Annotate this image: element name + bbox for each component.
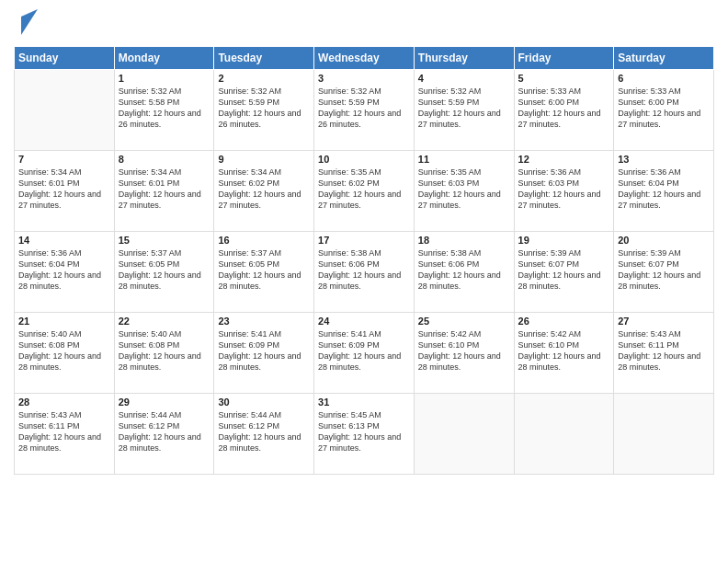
svg-marker-0 [21, 9, 38, 35]
calendar-table: SundayMondayTuesdayWednesdayThursdayFrid… [14, 46, 714, 475]
calendar-cell: 3Sunrise: 5:32 AM Sunset: 5:59 PM Daylig… [314, 70, 415, 151]
day-info: Sunrise: 5:34 AM Sunset: 6:02 PM Dayligh… [218, 167, 310, 212]
calendar-cell: 5Sunrise: 5:33 AM Sunset: 6:00 PM Daylig… [514, 70, 614, 151]
day-number: 11 [418, 154, 510, 165]
day-info: Sunrise: 5:43 AM Sunset: 6:11 PM Dayligh… [618, 328, 710, 373]
day-info: Sunrise: 5:32 AM Sunset: 5:59 PM Dayligh… [318, 86, 410, 131]
calendar-cell: 11Sunrise: 5:35 AM Sunset: 6:03 PM Dayli… [414, 151, 514, 232]
calendar-week-2: 7Sunrise: 5:34 AM Sunset: 6:01 PM Daylig… [15, 151, 714, 232]
calendar-cell: 21Sunrise: 5:40 AM Sunset: 6:08 PM Dayli… [15, 313, 115, 394]
day-number: 28 [18, 396, 110, 408]
calendar-cell: 25Sunrise: 5:42 AM Sunset: 6:10 PM Dayli… [414, 313, 514, 394]
day-number: 29 [119, 396, 210, 408]
calendar-cell [514, 394, 614, 475]
calendar-cell: 16Sunrise: 5:37 AM Sunset: 6:05 PM Dayli… [214, 232, 314, 313]
page: SundayMondayTuesdayWednesdayThursdayFrid… [0, 0, 728, 563]
calendar-header-friday: Friday [514, 47, 614, 70]
day-info: Sunrise: 5:45 AM Sunset: 6:13 PM Dayligh… [318, 409, 410, 454]
day-number: 6 [618, 73, 710, 84]
day-number: 19 [518, 235, 610, 246]
day-info: Sunrise: 5:39 AM Sunset: 6:07 PM Dayligh… [518, 247, 610, 293]
calendar-cell [414, 394, 514, 475]
day-number: 31 [318, 396, 410, 408]
day-number: 30 [218, 396, 310, 408]
calendar-cell: 20Sunrise: 5:39 AM Sunset: 6:07 PM Dayli… [614, 232, 714, 313]
day-info: Sunrise: 5:36 AM Sunset: 6:04 PM Dayligh… [618, 167, 710, 212]
calendar-cell: 14Sunrise: 5:36 AM Sunset: 6:04 PM Dayli… [15, 232, 115, 313]
calendar-cell: 28Sunrise: 5:43 AM Sunset: 6:11 PM Dayli… [15, 394, 115, 475]
calendar-cell: 22Sunrise: 5:40 AM Sunset: 6:08 PM Dayli… [114, 313, 214, 394]
day-number: 15 [119, 235, 210, 246]
day-info: Sunrise: 5:44 AM Sunset: 6:12 PM Dayligh… [119, 409, 210, 454]
calendar-week-5: 28Sunrise: 5:43 AM Sunset: 6:11 PM Dayli… [15, 394, 714, 475]
day-info: Sunrise: 5:36 AM Sunset: 6:03 PM Dayligh… [518, 167, 610, 212]
day-info: Sunrise: 5:33 AM Sunset: 6:00 PM Dayligh… [518, 86, 610, 131]
calendar-cell: 18Sunrise: 5:38 AM Sunset: 6:06 PM Dayli… [414, 232, 514, 313]
calendar-cell: 30Sunrise: 5:44 AM Sunset: 6:12 PM Dayli… [214, 394, 314, 475]
day-info: Sunrise: 5:32 AM Sunset: 5:59 PM Dayligh… [418, 86, 510, 131]
day-info: Sunrise: 5:37 AM Sunset: 6:05 PM Dayligh… [119, 247, 210, 293]
calendar-week-3: 14Sunrise: 5:36 AM Sunset: 6:04 PM Dayli… [15, 232, 714, 313]
day-number: 23 [218, 316, 310, 327]
calendar-header-monday: Monday [114, 47, 214, 70]
calendar-cell: 8Sunrise: 5:34 AM Sunset: 6:01 PM Daylig… [114, 151, 214, 232]
day-number: 12 [518, 154, 610, 165]
day-number: 18 [418, 235, 510, 246]
calendar-cell: 17Sunrise: 5:38 AM Sunset: 6:06 PM Dayli… [314, 232, 415, 313]
day-info: Sunrise: 5:35 AM Sunset: 6:02 PM Dayligh… [318, 167, 410, 212]
day-info: Sunrise: 5:44 AM Sunset: 6:12 PM Dayligh… [218, 409, 310, 454]
day-info: Sunrise: 5:36 AM Sunset: 6:04 PM Dayligh… [18, 247, 110, 293]
day-number: 10 [318, 154, 410, 165]
day-info: Sunrise: 5:32 AM Sunset: 5:59 PM Dayligh… [218, 86, 310, 131]
day-number: 4 [418, 73, 510, 84]
calendar-cell: 13Sunrise: 5:36 AM Sunset: 6:04 PM Dayli… [614, 151, 714, 232]
calendar-header-wednesday: Wednesday [314, 47, 415, 70]
day-number: 2 [218, 73, 310, 84]
day-info: Sunrise: 5:43 AM Sunset: 6:11 PM Dayligh… [18, 409, 110, 454]
day-info: Sunrise: 5:38 AM Sunset: 6:06 PM Dayligh… [418, 247, 510, 293]
day-info: Sunrise: 5:34 AM Sunset: 6:01 PM Dayligh… [18, 167, 110, 212]
day-number: 8 [119, 154, 210, 165]
calendar-week-1: 1Sunrise: 5:32 AM Sunset: 5:58 PM Daylig… [15, 70, 714, 151]
day-info: Sunrise: 5:34 AM Sunset: 6:01 PM Dayligh… [119, 167, 210, 212]
day-number: 14 [18, 235, 110, 246]
day-number: 3 [318, 73, 410, 84]
calendar-cell: 24Sunrise: 5:41 AM Sunset: 6:09 PM Dayli… [314, 313, 415, 394]
day-number: 22 [119, 316, 210, 327]
day-info: Sunrise: 5:40 AM Sunset: 6:08 PM Dayligh… [119, 328, 210, 373]
calendar-cell: 4Sunrise: 5:32 AM Sunset: 5:59 PM Daylig… [414, 70, 514, 151]
day-info: Sunrise: 5:33 AM Sunset: 6:00 PM Dayligh… [618, 86, 710, 131]
logo-icon [17, 9, 38, 39]
calendar-cell: 7Sunrise: 5:34 AM Sunset: 6:01 PM Daylig… [15, 151, 115, 232]
day-number: 27 [618, 316, 710, 327]
day-info: Sunrise: 5:32 AM Sunset: 5:58 PM Dayligh… [119, 86, 210, 131]
day-number: 20 [618, 235, 710, 246]
day-info: Sunrise: 5:42 AM Sunset: 6:10 PM Dayligh… [518, 328, 610, 373]
day-info: Sunrise: 5:40 AM Sunset: 6:08 PM Dayligh… [18, 328, 110, 373]
calendar-cell [15, 70, 115, 151]
calendar-header-thursday: Thursday [414, 47, 514, 70]
day-number: 13 [618, 154, 710, 165]
day-number: 7 [18, 154, 110, 165]
logo [14, 9, 38, 39]
calendar-cell: 1Sunrise: 5:32 AM Sunset: 5:58 PM Daylig… [114, 70, 214, 151]
day-number: 1 [119, 73, 210, 84]
calendar-cell: 10Sunrise: 5:35 AM Sunset: 6:02 PM Dayli… [314, 151, 415, 232]
calendar-cell: 12Sunrise: 5:36 AM Sunset: 6:03 PM Dayli… [514, 151, 614, 232]
calendar-header-tuesday: Tuesday [214, 47, 314, 70]
day-number: 16 [218, 235, 310, 246]
calendar-cell: 23Sunrise: 5:41 AM Sunset: 6:09 PM Dayli… [214, 313, 314, 394]
day-info: Sunrise: 5:39 AM Sunset: 6:07 PM Dayligh… [618, 247, 710, 293]
day-info: Sunrise: 5:35 AM Sunset: 6:03 PM Dayligh… [418, 167, 510, 212]
day-number: 26 [518, 316, 610, 327]
header [14, 9, 714, 39]
calendar-cell: 9Sunrise: 5:34 AM Sunset: 6:02 PM Daylig… [214, 151, 314, 232]
calendar-cell: 31Sunrise: 5:45 AM Sunset: 6:13 PM Dayli… [314, 394, 415, 475]
day-number: 5 [518, 73, 610, 84]
day-info: Sunrise: 5:41 AM Sunset: 6:09 PM Dayligh… [318, 328, 410, 373]
calendar-header-row: SundayMondayTuesdayWednesdayThursdayFrid… [15, 47, 714, 70]
day-number: 24 [318, 316, 410, 327]
calendar-cell: 26Sunrise: 5:42 AM Sunset: 6:10 PM Dayli… [514, 313, 614, 394]
calendar-cell [614, 394, 714, 475]
day-number: 21 [18, 316, 110, 327]
